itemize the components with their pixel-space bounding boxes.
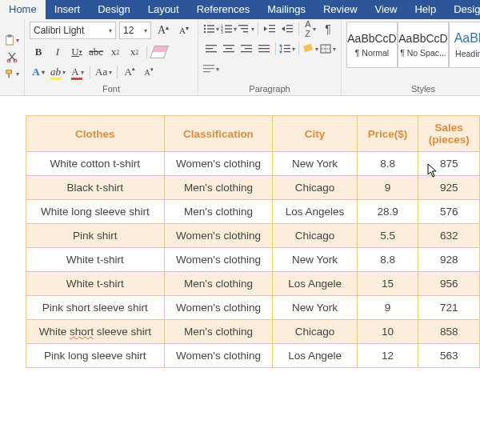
sort-button[interactable]: AZ <box>302 22 318 36</box>
clear-formatting-button[interactable] <box>150 45 168 59</box>
decrease-indent-button[interactable] <box>262 22 278 36</box>
text-effects-button[interactable]: A <box>30 65 47 79</box>
table-row[interactable]: White long sleeve shirtMen's clothingLos… <box>26 200 480 224</box>
tab-help[interactable]: Help <box>406 0 445 19</box>
tab-view[interactable]: View <box>366 0 406 19</box>
table-cell[interactable]: Women's clothing <box>164 296 273 320</box>
borders-button[interactable] <box>320 42 336 56</box>
table-header[interactable]: Price($) <box>357 116 418 152</box>
table-cell[interactable]: Women's clothing <box>164 344 273 368</box>
tab-references[interactable]: References <box>188 0 258 19</box>
numbering-button[interactable]: 123 <box>221 22 237 36</box>
table-cell[interactable]: Chicago <box>273 320 357 344</box>
paragraph-more-button[interactable] <box>203 62 219 76</box>
table-cell[interactable]: 956 <box>418 272 480 296</box>
tab-mailings[interactable]: Mailings <box>258 0 314 19</box>
table-cell[interactable]: 10 <box>357 320 418 344</box>
grow-font-button[interactable]: A▴ <box>154 23 172 38</box>
grow-font-alt-button[interactable]: A▴ <box>121 65 138 79</box>
italic-button[interactable]: I <box>49 45 66 59</box>
tab-review[interactable]: Review <box>314 0 366 19</box>
table-cell[interactable]: Men's clothing <box>164 176 273 200</box>
table-cell[interactable]: 8.8 <box>357 152 418 176</box>
table-header[interactable]: Sales (pieces) <box>418 116 480 152</box>
table-row[interactable]: Pink shirtWomen's clothingChicago5.5632 <box>26 224 480 248</box>
table-cell[interactable]: 8.8 <box>357 248 418 272</box>
table-cell[interactable]: 563 <box>418 344 480 368</box>
table-cell[interactable]: 721 <box>418 296 480 320</box>
table-cell[interactable]: Women's clothing <box>164 248 273 272</box>
align-right-button[interactable] <box>238 42 254 56</box>
table-cell[interactable]: 12 <box>357 344 418 368</box>
table-row[interactable]: White t-shirtMen's clothingLos Angele159… <box>26 272 480 296</box>
table-row[interactable]: White cotton t-shirtWomen's clothingNew … <box>26 152 480 176</box>
style--no-spac-[interactable]: AaBbCcD¶ No Spac... <box>398 22 449 68</box>
table-cell[interactable]: New York <box>273 296 357 320</box>
table-cell[interactable]: 15 <box>357 272 418 296</box>
table-header[interactable]: City <box>273 116 357 152</box>
font-color-button[interactable]: A <box>69 65 86 79</box>
bold-button[interactable]: B <box>30 45 47 59</box>
table-cell[interactable]: Pink shirt <box>26 224 165 248</box>
table-cell[interactable]: New York <box>273 248 357 272</box>
paste-button[interactable] <box>5 33 19 47</box>
table-row[interactable]: Black t-shirtMen's clothingChicago9925 <box>26 176 480 200</box>
table-row[interactable]: White short sleeve shirtMen's clothingCh… <box>26 320 480 344</box>
table-cell[interactable]: Pink long sleeve shirt <box>26 344 165 368</box>
table-cell[interactable]: 28.9 <box>357 200 418 224</box>
table-cell[interactable]: Men's clothing <box>164 320 273 344</box>
font-name-select[interactable]: Calibri Light▾ <box>30 22 116 39</box>
table-cell[interactable]: 5.5 <box>357 224 418 248</box>
change-case-button[interactable]: Aa <box>94 65 114 79</box>
increase-indent-button[interactable] <box>279 22 295 36</box>
align-center-button[interactable] <box>221 42 237 56</box>
highlight-button[interactable]: ab <box>49 65 67 79</box>
table-cell[interactable]: Men's clothing <box>164 272 273 296</box>
table-cell[interactable]: Chicago <box>273 176 357 200</box>
table-cell[interactable]: Los Angele <box>273 344 357 368</box>
format-painter-button[interactable] <box>5 66 19 81</box>
table-cell[interactable]: 576 <box>418 200 480 224</box>
cut-button[interactable] <box>5 50 19 64</box>
table-cell[interactable]: Black t-shirt <box>26 176 165 200</box>
bullets-button[interactable] <box>203 22 219 36</box>
table-cell[interactable]: 928 <box>418 248 480 272</box>
table-cell[interactable]: 875 <box>418 152 480 176</box>
table-cell[interactable]: Women's clothing <box>164 224 273 248</box>
table-cell[interactable]: Pink short sleeve shirt <box>26 296 165 320</box>
table-cell[interactable]: 858 <box>418 320 480 344</box>
line-spacing-button[interactable] <box>279 42 295 56</box>
table-cell[interactable]: White cotton t-shirt <box>26 152 165 176</box>
shrink-font-button[interactable]: A▾ <box>175 23 193 38</box>
table-cell[interactable]: Women's clothing <box>164 152 273 176</box>
table-cell[interactable]: 9 <box>357 176 418 200</box>
style-heading-1[interactable]: AaBbCHeading 1 <box>449 22 480 68</box>
tab-design[interactable]: Design <box>89 0 138 19</box>
table-cell[interactable]: 9 <box>357 296 418 320</box>
show-marks-button[interactable]: ¶ <box>320 22 336 36</box>
shrink-font-alt-button[interactable]: A▾ <box>140 65 158 79</box>
table-row[interactable]: Pink short sleeve shirtWomen's clothingN… <box>26 296 480 320</box>
tab-layout[interactable]: Layout <box>139 0 188 19</box>
strikethrough-button[interactable]: abc <box>87 45 105 59</box>
table-cell[interactable]: White long sleeve shirt <box>26 200 165 224</box>
table-cell[interactable]: New York <box>273 152 357 176</box>
justify-button[interactable] <box>256 42 272 56</box>
font-size-select[interactable]: 12▾ <box>119 22 151 39</box>
table-header[interactable]: Clothes <box>26 116 165 152</box>
subscript-button[interactable]: x2 <box>106 45 124 59</box>
tab-home[interactable]: Home <box>0 0 46 19</box>
table-cell[interactable]: Chicago <box>273 224 357 248</box>
style--normal[interactable]: AaBbCcD¶ Normal <box>346 22 398 68</box>
table-cell[interactable]: 925 <box>418 176 480 200</box>
table-header[interactable]: Classification <box>164 116 273 152</box>
table-cell[interactable]: 632 <box>418 224 480 248</box>
superscript-button[interactable]: x2 <box>126 45 143 59</box>
table-cell[interactable]: White t-shirt <box>26 272 165 296</box>
table-row[interactable]: White t-shirtWomen's clothingNew York8.8… <box>26 248 480 272</box>
shading-button[interactable] <box>302 42 318 56</box>
tab-design[interactable]: Design <box>445 0 480 19</box>
underline-button[interactable]: U▾ <box>68 45 86 59</box>
table-cell[interactable]: White short sleeve shirt <box>26 320 165 344</box>
table-row[interactable]: Pink long sleeve shirtWomen's clothingLo… <box>26 344 480 368</box>
